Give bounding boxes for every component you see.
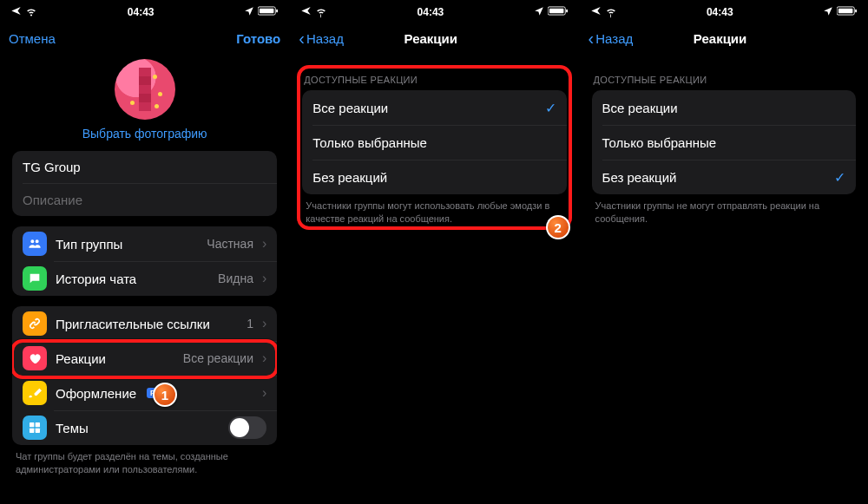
back-label: Назад [306, 31, 344, 46]
themes-toggle[interactable] [228, 416, 266, 439]
row-appearance[interactable]: Оформление FREE › [12, 376, 277, 410]
chat-icon [23, 266, 47, 291]
group-desc-input[interactable]: Описание [12, 184, 277, 216]
option-all-reactions[interactable]: Все реакции ✓ [302, 90, 566, 125]
option-label: Только выбранные [602, 135, 717, 150]
choose-photo-link[interactable]: Выбрать фотографию [82, 127, 207, 141]
row-reactions[interactable]: Реакции Все реакции › [12, 341, 277, 376]
reactions-footnote: Участники группы могут использовать любы… [290, 194, 578, 226]
svg-rect-11 [838, 9, 853, 14]
grid-icon [23, 416, 47, 440]
svg-rect-8 [549, 9, 564, 14]
back-label: Назад [595, 31, 633, 46]
row-value: Все реакции [183, 351, 253, 365]
airplane-icon [10, 5, 22, 19]
page-title: Реакции [404, 31, 458, 46]
wifi-icon [25, 5, 37, 20]
row-label: Тип группы [56, 237, 122, 252]
group-name-input[interactable]: TG Group [12, 151, 277, 183]
people-icon [23, 232, 47, 256]
status-time: 04:43 [418, 6, 444, 18]
option-label: Без реакций [602, 170, 677, 185]
back-button[interactable]: ‹ Назад [299, 29, 344, 47]
row-invite-links[interactable]: Пригласительные ссылки 1 › [12, 306, 277, 341]
status-bar: 04:43 [290, 3, 578, 21]
wifi-icon [605, 5, 617, 20]
callout-badge-2: 2 [546, 215, 570, 239]
section-header: ДОСТУПНЫЕ РЕАКЦИИ [580, 75, 868, 90]
svg-rect-5 [30, 429, 34, 433]
svg-rect-2 [276, 10, 278, 13]
row-value: Видна [218, 272, 253, 285]
chevron-left-icon: ‹ [589, 29, 595, 47]
reactions-footnote: Участники группы не могут отправлять реа… [580, 194, 868, 226]
option-no-reactions[interactable]: Без реакций [302, 160, 566, 194]
location-icon [823, 6, 833, 19]
done-button[interactable]: Готово [236, 31, 280, 46]
screen-reactions-all: 04:43 ‹ Назад Реакции ДОСТУПНЫЕ РЕАКЦИИ … [289, 0, 578, 504]
chevron-right-icon: › [262, 236, 266, 252]
settings-card: Пригласительные ссылки 1 › Реакции Все р… [12, 306, 277, 445]
chevron-right-icon: › [262, 350, 266, 366]
option-label: Все реакции [602, 101, 678, 115]
row-value: 1 [247, 317, 253, 331]
wifi-icon [315, 5, 327, 20]
row-label: Реакции [56, 351, 106, 366]
nav-bar: ‹ Назад Реакции [290, 21, 578, 56]
page-title: Реакции [694, 31, 747, 46]
brush-icon [23, 381, 47, 405]
svg-rect-6 [36, 429, 40, 433]
svg-rect-12 [855, 10, 857, 13]
section-header: ДОСТУПНЫЕ РЕАКЦИИ [290, 75, 578, 90]
heart-icon [23, 346, 47, 370]
chevron-right-icon: › [262, 316, 266, 331]
screen-group-edit: 04:43 Отмена Готово Выбрать фотографию T… [0, 0, 289, 504]
option-label: Все реакции [312, 101, 388, 115]
name-desc-card: TG Group Описание [12, 151, 277, 216]
themes-footnote: Чат группы будет разделён на темы, созда… [0, 445, 289, 476]
back-button[interactable]: ‹ Назад [589, 29, 634, 47]
option-selected-reactions[interactable]: Только выбранные [302, 125, 566, 160]
row-chat-history[interactable]: История чата Видна › [12, 261, 277, 296]
location-icon [534, 6, 544, 19]
reactions-options-card: Все реакции ✓ Только выбранные Без реакц… [302, 90, 566, 194]
type-history-card: Тип группы Частная › История чата Видна … [12, 226, 277, 296]
row-label: Пригласительные ссылки [56, 317, 210, 331]
svg-rect-4 [36, 422, 40, 427]
svg-rect-9 [566, 10, 568, 13]
nav-bar: Отмена Готово [0, 21, 289, 56]
chevron-left-icon: ‹ [299, 29, 305, 47]
row-label: Темы [56, 421, 89, 435]
option-label: Без реакций [312, 170, 387, 185]
status-bar: 04:43 [0, 3, 289, 21]
battery-icon [548, 6, 569, 18]
row-label: История чата [56, 272, 136, 286]
chevron-right-icon: › [262, 385, 266, 401]
row-label: Оформление [56, 386, 136, 401]
airplane-icon [300, 5, 312, 19]
check-icon: ✓ [834, 169, 845, 186]
status-bar: 04:43 [580, 3, 868, 21]
option-selected-reactions[interactable]: Только выбранные [592, 125, 856, 160]
svg-rect-1 [260, 9, 274, 14]
svg-rect-3 [30, 422, 34, 427]
battery-icon [837, 6, 858, 18]
group-avatar[interactable] [115, 59, 175, 120]
check-icon: ✓ [545, 100, 556, 116]
cancel-button[interactable]: Отмена [9, 31, 56, 46]
status-time: 04:43 [128, 6, 155, 18]
nav-bar: ‹ Назад Реакции [580, 21, 868, 56]
row-themes[interactable]: Темы [12, 410, 277, 445]
screen-reactions-none: 04:43 ‹ Назад Реакции ДОСТУПНЫЕ РЕАКЦИИ … [579, 0, 868, 504]
option-no-reactions[interactable]: Без реакций ✓ [592, 160, 856, 194]
location-icon [244, 6, 254, 19]
row-group-type[interactable]: Тип группы Частная › [12, 226, 277, 261]
callout-badge-1: 1 [153, 383, 177, 407]
row-value: Частная [207, 237, 253, 251]
option-all-reactions[interactable]: Все реакции [592, 90, 856, 125]
link-icon [23, 311, 47, 336]
reactions-options-card: Все реакции Только выбранные Без реакций… [592, 90, 856, 194]
battery-icon [258, 6, 279, 18]
option-label: Только выбранные [312, 135, 427, 150]
airplane-icon [590, 5, 602, 19]
